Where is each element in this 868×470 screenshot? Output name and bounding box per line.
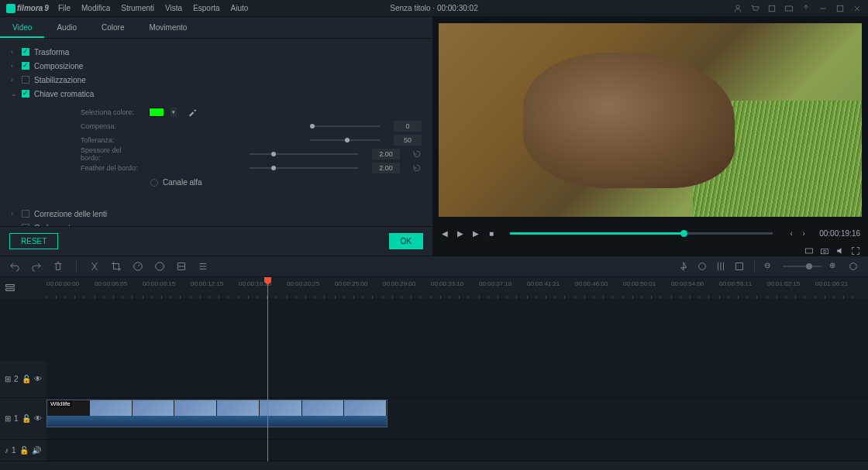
prop-lens-correction[interactable]: › Correzione delle lenti	[11, 207, 422, 221]
nav-next-icon[interactable]: ›	[799, 228, 808, 238]
tab-video[interactable]: Video	[0, 17, 44, 38]
prop-chromakey[interactable]: ⌄ Chiave cromatica	[11, 87, 422, 101]
edge-thickness-value[interactable]: 2.00	[372, 149, 400, 160]
cart-icon[interactable]	[750, 4, 760, 13]
alpha-channel-checkbox[interactable]	[150, 179, 158, 187]
play-icon[interactable]: ▶	[456, 228, 465, 238]
tolerance-slider[interactable]	[310, 139, 380, 141]
quality-icon[interactable]	[804, 246, 814, 256]
snapshot-icon[interactable]	[820, 246, 829, 256]
video-clip[interactable]: Wildlife	[46, 400, 388, 427]
zoom-fit-icon[interactable]	[848, 261, 859, 272]
stop-icon[interactable]: ■	[487, 228, 496, 238]
properties-panel: Video Audio Colore Movimento › Trasforma…	[0, 17, 432, 256]
svg-point-0	[736, 5, 740, 9]
ruler-mark: 00:00:12:15	[191, 280, 223, 287]
mute-icon[interactable]: 🔊	[32, 446, 41, 455]
svg-point-6	[824, 250, 826, 252]
maximize-icon[interactable]	[835, 4, 845, 13]
reset-icon[interactable]	[412, 149, 422, 159]
mixer-icon[interactable]	[715, 261, 726, 272]
svg-rect-14	[6, 289, 15, 291]
preview-viewport[interactable]	[439, 23, 862, 217]
offset-slider[interactable]	[310, 125, 380, 127]
notif-icon[interactable]	[767, 4, 777, 13]
visibility-icon[interactable]: 👁	[34, 414, 42, 423]
marker-icon[interactable]	[678, 261, 689, 272]
close-icon[interactable]	[852, 4, 862, 13]
zoom-slider[interactable]	[783, 266, 822, 267]
audio-waveform	[47, 416, 387, 427]
green-screen-icon[interactable]	[176, 261, 187, 272]
prop-composition[interactable]: › Composizione	[11, 59, 422, 73]
prop-stabilization[interactable]: › Stabilizzazione	[11, 73, 422, 87]
audio-track-1[interactable]: ♪ 1 🔓 🔊	[0, 440, 868, 461]
minimize-icon[interactable]	[818, 4, 828, 13]
playhead[interactable]	[267, 277, 268, 461]
video-track-2[interactable]: ⊞ 2 🔓 👁	[0, 361, 868, 398]
ruler-mark: 00:00:50:01	[623, 280, 656, 287]
lock-icon[interactable]: 🔓	[19, 446, 29, 455]
menu-edit[interactable]: Modifica	[81, 4, 110, 12]
nav-prev-icon[interactable]: ‹	[787, 228, 796, 238]
undo-icon[interactable]	[9, 261, 20, 272]
eyedropper-icon[interactable]	[188, 108, 197, 117]
svg-rect-4	[806, 249, 813, 253]
menu-view[interactable]: Vista	[165, 4, 182, 12]
prop-drop-shadow[interactable]: › Ombra esterna	[11, 221, 422, 226]
redo-icon[interactable]	[31, 261, 42, 272]
render-icon[interactable]	[734, 261, 745, 272]
prop-transform[interactable]: › Trasforma	[11, 45, 422, 59]
chromakey-settings: Seleziona colore: ▾ Compensa: 0 Tolleran…	[11, 101, 422, 191]
msg-icon[interactable]	[784, 4, 794, 13]
tab-motion[interactable]: Movimento	[136, 17, 199, 38]
ok-button[interactable]: OK	[389, 233, 423, 249]
stabilization-checkbox[interactable]	[22, 76, 29, 84]
account-icon[interactable]	[733, 4, 742, 13]
drop-shadow-checkbox[interactable]	[22, 224, 29, 226]
zoom-in-icon[interactable]: ⊕	[829, 261, 840, 272]
playback-timecode: 00:00:19:16	[819, 229, 860, 238]
composition-checkbox[interactable]	[22, 62, 29, 70]
color-dropdown[interactable]: ▾	[170, 108, 177, 117]
edge-feather-value[interactable]: 2.00	[372, 163, 400, 173]
record-icon[interactable]	[697, 261, 708, 272]
color-icon[interactable]	[154, 261, 165, 272]
crop-icon[interactable]	[111, 261, 122, 272]
timeline-ruler[interactable]: 00:00:00:0000:00:06:0500:00:08:1500:00:1…	[0, 277, 868, 299]
menu-help[interactable]: Aiuto	[231, 4, 249, 12]
offset-value[interactable]: 0	[394, 121, 422, 132]
playback-scrubber[interactable]	[510, 232, 773, 235]
track-manager-icon[interactable]	[5, 283, 16, 295]
adjust-icon[interactable]	[198, 261, 208, 272]
lens-correction-checkbox[interactable]	[22, 210, 29, 218]
ruler-mark: 00:00:54:06	[671, 280, 704, 287]
update-icon[interactable]	[801, 4, 811, 13]
edge-feather-slider[interactable]	[250, 167, 358, 169]
zoom-out-icon[interactable]: ⊖	[764, 261, 775, 272]
transform-checkbox[interactable]	[22, 48, 29, 56]
delete-icon[interactable]	[53, 261, 64, 272]
menu-file[interactable]: File	[58, 4, 71, 12]
lock-icon[interactable]: 🔓	[22, 414, 31, 423]
tolerance-value[interactable]: 50	[394, 135, 422, 146]
visibility-icon[interactable]: 👁	[34, 375, 42, 383]
speed-icon[interactable]	[133, 261, 143, 272]
chromakey-checkbox[interactable]	[22, 90, 29, 98]
split-icon[interactable]	[89, 261, 100, 272]
menu-export[interactable]: Esporta	[193, 4, 219, 12]
tab-audio[interactable]: Audio	[44, 17, 89, 38]
next-frame-icon[interactable]: ▶	[471, 228, 480, 238]
svg-rect-3	[837, 5, 843, 12]
edge-thickness-slider[interactable]	[250, 153, 358, 155]
menu-tools[interactable]: Strumenti	[121, 4, 154, 12]
video-track-1[interactable]: ⊞ 1 🔓 👁 Wildlife	[0, 398, 868, 440]
color-swatch[interactable]	[149, 108, 164, 117]
volume-icon[interactable]	[835, 246, 845, 256]
lock-icon[interactable]: 🔓	[22, 375, 31, 383]
prev-frame-icon[interactable]: ◀	[440, 228, 450, 238]
tab-color[interactable]: Colore	[89, 17, 136, 38]
fullscreen-icon[interactable]	[851, 246, 860, 256]
reset-button[interactable]: RESET	[9, 233, 58, 249]
reset-icon[interactable]	[412, 163, 422, 173]
